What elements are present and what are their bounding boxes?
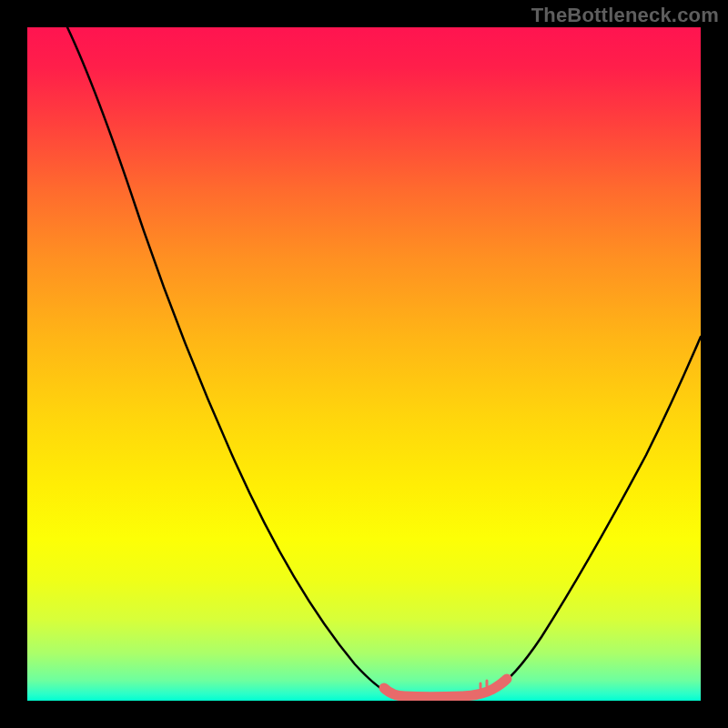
chart-frame: TheBottleneck.com [0,0,728,728]
bottleneck-curve [67,27,701,696]
curve-layer [27,27,701,701]
watermark-text: TheBottleneck.com [531,4,719,27]
plot-area [27,27,701,701]
optimal-range-highlight [384,679,507,697]
highlight-noise [480,681,487,688]
